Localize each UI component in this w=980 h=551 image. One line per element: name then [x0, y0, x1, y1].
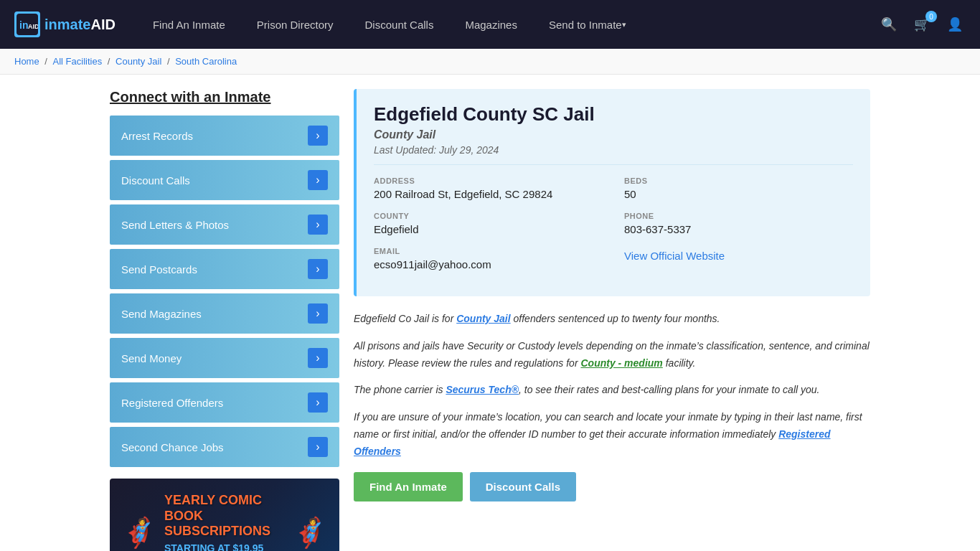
main-content: Connect with an Inmate Arrest Records › …	[95, 89, 885, 551]
svg-text:AID: AID	[28, 23, 38, 30]
nav-send-to-inmate[interactable]: Send to Inmate	[533, 0, 642, 49]
facility-type: County Jail	[374, 128, 853, 141]
cart-badge: 0	[925, 11, 937, 22]
bottom-buttons: Find An Inmate Discount Calls	[354, 472, 870, 501]
para3-highlight[interactable]: Securus Tech®	[446, 384, 519, 395]
sidebar-send-letters-label: Send Letters & Photos	[121, 219, 229, 231]
facility-name: Edgefield County SC Jail	[374, 103, 853, 126]
description-para2: All prisons and jails have Security or C…	[354, 338, 870, 372]
sidebar-send-magazines-arrow: ›	[308, 303, 328, 324]
view-website-link[interactable]: View Official Website	[624, 250, 725, 262]
sidebar-arrest-records-label: Arrest Records	[121, 130, 193, 142]
ad-banner[interactable]: 🦸 YEARLY COMIC BOOK SUBSCRIPTIONS STARTI…	[110, 479, 339, 551]
sidebar-send-magazines-label: Send Magazines	[121, 308, 202, 320]
sidebar-send-money[interactable]: Send Money ›	[110, 338, 339, 378]
address-value: 200 Railroad St, Edgefield, SC 29824	[374, 188, 603, 200]
sidebar-registered-offenders-label: Registered Offenders	[121, 397, 223, 409]
sidebar-send-postcards-arrow: ›	[308, 259, 328, 279]
logo[interactable]: in AID inmateAID	[14, 11, 116, 37]
description-para1: Edgefield Co Jail is for County Jail off…	[354, 311, 870, 328]
county-label: COUNTY	[374, 212, 603, 220]
sidebar-send-money-arrow: ›	[308, 348, 328, 368]
sidebar-arrest-records-arrow: ›	[308, 126, 328, 146]
email-value: ecso911jail@yahoo.com	[374, 258, 603, 270]
para3-pre: The phone carrier is	[354, 384, 446, 395]
facility-phone-item: PHONE 803-637-5337	[624, 212, 853, 235]
sidebar-send-letters-arrow: ›	[308, 215, 328, 235]
find-inmate-button[interactable]: Find An Inmate	[354, 472, 463, 501]
sidebar-registered-offenders[interactable]: Registered Offenders ›	[110, 382, 339, 423]
facility-description: Edgefield Co Jail is for County Jail off…	[354, 311, 870, 461]
main-header: in AID inmateAID Find An Inmate Prison D…	[0, 0, 980, 49]
discount-calls-button[interactable]: Discount Calls	[470, 472, 576, 501]
para1-post: offenders sentenced up to twenty four mo…	[511, 313, 720, 324]
facility-email-item: EMAIL ecso911jail@yahoo.com	[374, 247, 603, 270]
header-icons: 🔍 🛒 0 👤	[878, 14, 966, 35]
nav-discount-calls[interactable]: Discount Calls	[349, 0, 450, 49]
breadcrumb-sep-2: /	[108, 56, 113, 67]
search-icon: 🔍	[881, 17, 897, 32]
facility-header: Edgefield County SC Jail County Jail Las…	[354, 89, 870, 296]
para2-highlight[interactable]: County - medium	[580, 357, 662, 369]
logo-icon: in AID	[14, 11, 40, 37]
sidebar-second-chance-jobs-arrow: ›	[308, 437, 328, 457]
breadcrumb: Home / All Facilities / County Jail / So…	[0, 49, 980, 75]
para1-highlight[interactable]: County Jail	[456, 313, 510, 324]
account-button[interactable]: 👤	[944, 14, 966, 35]
breadcrumb-all-facilities[interactable]: All Facilities	[53, 56, 103, 67]
ad-title-line1: YEARLY COMIC BOOK	[164, 493, 285, 524]
sidebar-discount-calls[interactable]: Discount Calls ›	[110, 160, 339, 200]
facility-updated: Last Updated: July 29, 2024	[374, 144, 853, 156]
phone-value: 803-637-5337	[624, 223, 853, 235]
beds-label: BEDS	[624, 176, 853, 185]
logo-text: inmateAID	[44, 17, 116, 33]
sidebar-send-postcards[interactable]: Send Postcards ›	[110, 249, 339, 289]
description-para3: The phone carrier is Securus Tech®, to s…	[354, 382, 870, 399]
facility-panel: Edgefield County SC Jail County Jail Las…	[354, 89, 870, 551]
sidebar-discount-calls-label: Discount Calls	[121, 174, 190, 187]
ad-price: STARTING AT $19.95	[164, 542, 285, 551]
sidebar-send-postcards-label: Send Postcards	[121, 263, 197, 276]
facility-county-item: COUNTY Edgefield	[374, 212, 603, 235]
svg-text:in: in	[19, 19, 28, 31]
sidebar-title: Connect with an Inmate	[110, 89, 339, 105]
facility-website-item: View Official Website	[624, 247, 853, 270]
sidebar-registered-offenders-arrow: ›	[308, 392, 328, 413]
nav-magazines[interactable]: Magazines	[449, 0, 533, 49]
search-button[interactable]: 🔍	[878, 14, 900, 35]
main-nav: Find An Inmate Prison Directory Discount…	[137, 0, 871, 49]
nav-find-inmate[interactable]: Find An Inmate	[137, 0, 241, 49]
description-para4: If you are unsure of your inmate’s locat…	[354, 409, 870, 460]
breadcrumb-sep-1: /	[44, 56, 50, 67]
phone-label: PHONE	[624, 212, 853, 220]
sidebar-send-money-label: Send Money	[121, 352, 182, 364]
breadcrumb-home[interactable]: Home	[14, 56, 39, 67]
sidebar-second-chance-jobs-label: Second Chance Jobs	[121, 441, 224, 453]
breadcrumb-sep-3: /	[167, 56, 172, 67]
sidebar-send-magazines[interactable]: Send Magazines ›	[110, 293, 339, 334]
facility-beds-item: BEDS 50	[624, 176, 853, 200]
facility-address-item: ADDRESS 200 Railroad St, Edgefield, SC 2…	[374, 176, 603, 200]
sidebar-send-letters[interactable]: Send Letters & Photos ›	[110, 204, 339, 245]
cart-button[interactable]: 🛒 0	[911, 14, 933, 35]
sidebar-arrest-records[interactable]: Arrest Records ›	[110, 116, 339, 156]
para2-post: facility.	[663, 357, 696, 369]
sidebar-second-chance-jobs[interactable]: Second Chance Jobs ›	[110, 427, 339, 467]
ad-title-line2: SUBSCRIPTIONS	[164, 524, 285, 540]
county-value: Edgefield	[374, 223, 603, 235]
para1-pre: Edgefield Co Jail is for	[354, 313, 456, 324]
nav-prison-directory[interactable]: Prison Directory	[241, 0, 349, 49]
breadcrumb-south-carolina[interactable]: South Carolina	[175, 56, 237, 67]
sidebar-discount-calls-arrow: ›	[308, 170, 328, 190]
breadcrumb-county-jail[interactable]: County Jail	[116, 56, 161, 67]
address-label: ADDRESS	[374, 176, 603, 185]
sidebar: Connect with an Inmate Arrest Records › …	[110, 89, 339, 551]
account-icon: 👤	[947, 17, 963, 32]
facility-info-grid: ADDRESS 200 Railroad St, Edgefield, SC 2…	[374, 164, 853, 282]
para3-post: , to see their rates and best-calling pl…	[519, 384, 819, 395]
beds-value: 50	[624, 188, 853, 200]
email-label: EMAIL	[374, 247, 603, 255]
